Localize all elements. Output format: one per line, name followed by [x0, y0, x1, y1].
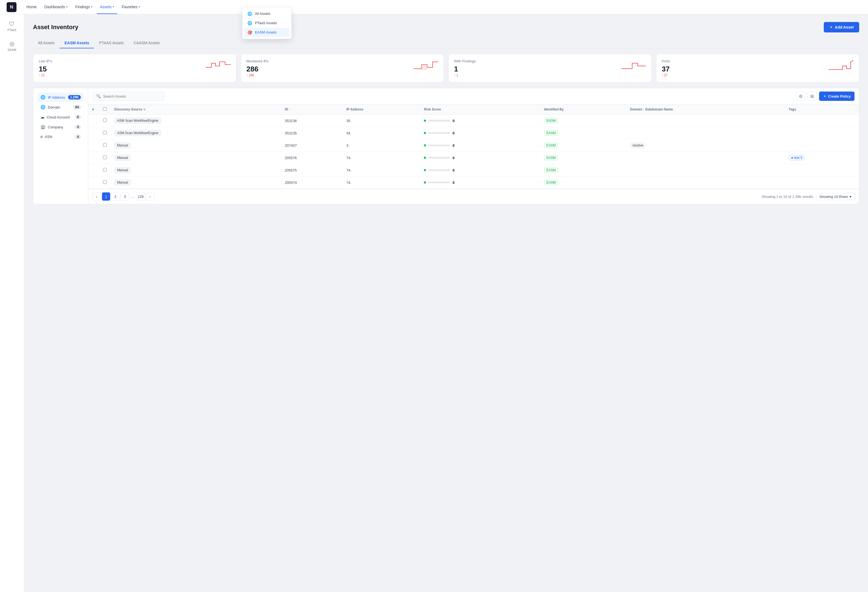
table-header: ▾ Discovery Source ⇅ ID [88, 105, 859, 115]
th-id[interactable]: ID ↑ [281, 105, 342, 115]
row-checkbox[interactable] [99, 152, 111, 164]
target-icon: 🎯 [247, 30, 252, 35]
nav-assets[interactable]: Assets ▾ [97, 0, 117, 14]
sidebar: 🛡 PTaaS ◎ EASM [0, 14, 24, 592]
row-ip: 54 [342, 127, 420, 139]
next-page-button[interactable]: › [146, 192, 154, 201]
row-checkbox[interactable] [99, 176, 111, 189]
identified-badge: EASM [544, 130, 558, 136]
dropdown-all-assets-label: All Assets [255, 12, 270, 16]
identified-badge: EASM [544, 167, 558, 173]
row-select-checkbox[interactable] [103, 155, 107, 159]
dropdown-easm-assets[interactable]: 🎯 EASM Assets [244, 28, 290, 37]
row-select-checkbox[interactable] [103, 143, 107, 147]
row-select-checkbox[interactable] [103, 180, 107, 184]
tab-caasm-assets[interactable]: CAASM Assets [128, 38, 165, 49]
page-3-button[interactable]: 3 [121, 192, 129, 201]
row-domain [626, 152, 785, 164]
th-discovery-source[interactable]: Discovery Source ⇅ [111, 105, 281, 115]
filter-cloud-account-count: 6 [75, 115, 81, 119]
row-id: 205576 [281, 152, 342, 164]
select-all-checkbox[interactable] [103, 107, 107, 111]
filter-button[interactable]: ⚙ [796, 92, 805, 101]
th-ip-label: IP Address [346, 108, 363, 111]
row-expand[interactable] [88, 139, 99, 152]
nav-favorites[interactable]: Favorites ▾ [118, 0, 143, 14]
sidebar-item-label: PTaaS [7, 28, 16, 32]
nav-assets-label: Assets [100, 5, 112, 9]
row-expand[interactable] [88, 164, 99, 176]
risk-dot [424, 169, 426, 171]
page-1-button[interactable]: 1 [102, 192, 110, 201]
row-checkbox[interactable] [99, 127, 111, 139]
risk-bar [428, 120, 450, 121]
nav-home[interactable]: Home [23, 0, 40, 14]
tab-ptaas-assets[interactable]: PTAAS Assets [94, 38, 128, 49]
create-policy-button[interactable]: ＋ Create Policy [819, 92, 855, 101]
risk-score-value: 0 [452, 131, 454, 135]
sidebar-item-ptaas[interactable]: 🛡 PTaaS [4, 19, 19, 34]
th-identified-label: Identified By [544, 108, 564, 111]
search-input[interactable] [103, 94, 161, 98]
table-row: ASM Scan Workflow/Engine 353136 35. 0 [88, 115, 859, 127]
stat-card-monitored-ips: Monitored IPs 286 286 [241, 54, 444, 83]
filter-asn[interactable]: # ASN 4 [38, 132, 84, 141]
risk-bar [428, 132, 450, 134]
stat-value-ports: 37 [662, 65, 670, 73]
dropdown-all-assets[interactable]: 🌐 All Assets [244, 9, 290, 18]
row-id: 205574 [281, 176, 342, 189]
row-select-checkbox[interactable] [103, 131, 107, 134]
globe-icon: 🌐 [247, 12, 252, 16]
page-last-button[interactable]: 129 [137, 192, 145, 201]
filter-asn-label: ASN [45, 135, 52, 139]
row-select-checkbox[interactable] [103, 118, 107, 122]
prev-page-button[interactable]: ‹ [93, 192, 101, 201]
row-tags [785, 176, 859, 189]
filter-company[interactable]: 🏢 Company 4 [38, 122, 84, 131]
row-expand[interactable] [88, 115, 99, 127]
filter-domain[interactable]: 🌐 Domain 64 [38, 102, 84, 112]
row-source: Manual [111, 139, 281, 152]
columns-button[interactable]: ⊞ [807, 92, 817, 101]
nav-dashboards[interactable]: Dashboards ▾ [41, 0, 71, 14]
nav-findings[interactable]: Findings ▾ [72, 0, 96, 14]
sidebar-item-easm[interactable]: ◎ EASM [4, 38, 19, 53]
nav-dashboards-label: Dashboards [44, 5, 65, 9]
row-domain [626, 164, 785, 176]
row-source: Manual [111, 152, 281, 164]
row-checkbox[interactable] [99, 139, 111, 152]
source-badge: Manual [114, 167, 131, 173]
th-tags-label: Tags [788, 108, 796, 111]
row-expand[interactable] [88, 176, 99, 189]
row-checkbox[interactable] [99, 115, 111, 127]
stats-row: Live IP's 15 15 Monitored IPs 286 286 [33, 54, 859, 83]
page-header: Asset Inventory ＋ Add Asset [33, 22, 859, 32]
rows-selector[interactable]: Showing 10 Rows ▾ [816, 193, 855, 200]
row-risk: 0 [420, 115, 540, 127]
domain-icon: 🌐 [40, 105, 46, 110]
row-select-checkbox[interactable] [103, 168, 107, 171]
dropdown-ptaas-assets[interactable]: 🌐 PTaaS Assets [244, 18, 290, 28]
plus-icon: ＋ [823, 94, 827, 99]
table-body: ASM Scan Workflow/Engine 353136 35. 0 [88, 115, 859, 189]
row-domain [626, 127, 785, 139]
stat-card-ports: Ports 37 37 [656, 54, 859, 83]
page-2-button[interactable]: 2 [111, 192, 120, 201]
row-expand[interactable] [88, 127, 99, 139]
filter-ip-address[interactable]: 🌐 IP Address 1.29K [38, 93, 84, 102]
sort-icon: ⇅ [143, 108, 145, 111]
th-tags: Tags [785, 105, 859, 115]
row-checkbox[interactable] [99, 164, 111, 176]
search-box[interactable]: 🔍 [93, 92, 164, 100]
dropdown-ptaas-assets-label: PTaaS Assets [255, 21, 277, 25]
tab-all-assets[interactable]: All Assets [33, 38, 60, 49]
filter-cloud-account[interactable]: ☁ Cloud Account 6 [38, 112, 84, 122]
row-expand[interactable] [88, 152, 99, 164]
risk-bar [428, 145, 450, 146]
create-policy-label: Create Policy [828, 94, 851, 98]
tab-easm-assets[interactable]: EASM Assets [60, 38, 94, 49]
add-asset-button[interactable]: ＋ Add Asset [824, 22, 859, 32]
filter-asn-count: 4 [75, 135, 81, 139]
identified-badge: EASM [544, 118, 558, 123]
filter-ip-address-label: IP Address [48, 95, 65, 99]
